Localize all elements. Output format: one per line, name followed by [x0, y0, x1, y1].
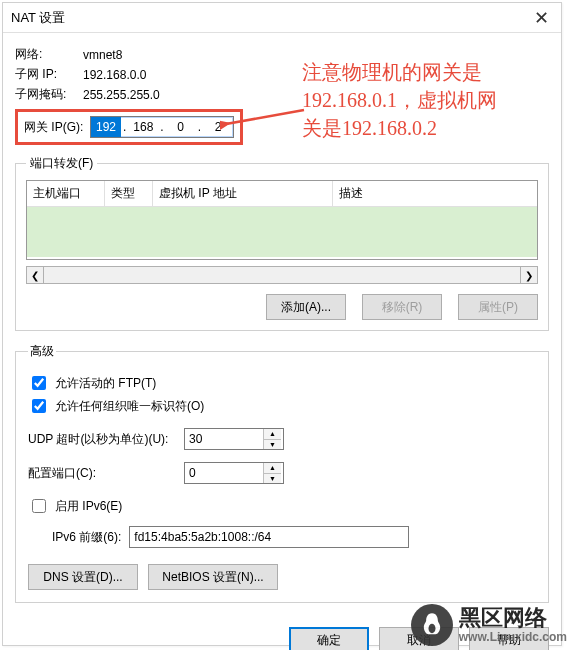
config-port-label: 配置端口(C): [28, 465, 178, 482]
watermark-text: 黑区网络 www.Linuxidc.com [459, 606, 567, 643]
dialog-title: NAT 设置 [11, 9, 65, 27]
config-port-spinner[interactable]: ▲ ▼ [184, 462, 284, 484]
col-host-port[interactable]: 主机端口 [27, 181, 105, 206]
watermark-logo-icon [411, 604, 453, 646]
gateway-octet-2[interactable] [128, 117, 158, 137]
subnet-ip-label: 子网 IP: [15, 66, 83, 83]
ipv6-prefix-label: IPv6 前缀(6): [52, 529, 121, 546]
config-port-row: 配置端口(C): ▲ ▼ [28, 462, 536, 484]
spin-up-icon[interactable]: ▲ [264, 429, 281, 439]
close-icon[interactable]: ✕ [529, 7, 553, 29]
col-vm-ip[interactable]: 虚拟机 IP 地址 [153, 181, 333, 206]
allow-active-ftp-row[interactable]: 允许活动的 FTP(T) [28, 373, 536, 393]
ip-dot: . [158, 120, 165, 134]
add-button[interactable]: 添加(A)... [266, 294, 346, 320]
allow-active-ftp-checkbox[interactable] [32, 376, 46, 390]
watermark-name: 黑区网络 [459, 606, 567, 630]
allow-active-ftp-label: 允许活动的 FTP(T) [55, 375, 156, 392]
port-forwarding-table[interactable]: 主机端口 类型 虚拟机 IP 地址 描述 [26, 180, 538, 260]
ok-button[interactable]: 确定 [289, 627, 369, 650]
ipv6-prefix-input[interactable] [129, 526, 409, 548]
svg-point-2 [428, 624, 435, 633]
udp-timeout-row: UDP 超时(以秒为单位)(U): ▲ ▼ [28, 428, 536, 450]
advanced-group: 高级 允许活动的 FTP(T) 允许任何组织唯一标识符(O) UDP 超时(以秒… [15, 343, 549, 603]
gateway-octet-4[interactable] [203, 117, 233, 137]
allow-any-oui-checkbox[interactable] [32, 399, 46, 413]
allow-any-oui-row[interactable]: 允许任何组织唯一标识符(O) [28, 396, 536, 416]
network-value: vmnet8 [83, 48, 122, 62]
network-label: 网络: [15, 46, 83, 63]
spin-down-icon[interactable]: ▼ [264, 473, 281, 484]
scroll-left-icon[interactable]: ❮ [26, 266, 44, 284]
port-forwarding-buttons: 添加(A)... 移除(R) 属性(P) [26, 294, 538, 320]
gateway-row: 网关 IP(G): . . . [15, 109, 549, 145]
udp-timeout-spinner[interactable]: ▲ ▼ [184, 428, 284, 450]
col-desc[interactable]: 描述 [333, 181, 537, 206]
subnet-mask-row: 子网掩码: 255.255.255.0 [15, 86, 549, 103]
udp-timeout-label: UDP 超时(以秒为单位)(U): [28, 431, 178, 448]
enable-ipv6-checkbox[interactable] [32, 499, 46, 513]
allow-any-oui-label: 允许任何组织唯一标识符(O) [55, 398, 204, 415]
titlebar: NAT 设置 ✕ [3, 3, 561, 33]
enable-ipv6-row[interactable]: 启用 IPv6(E) [28, 496, 536, 516]
subnet-mask-value: 255.255.255.0 [83, 88, 160, 102]
horizontal-scrollbar[interactable]: ❮ ❯ [26, 266, 538, 284]
ipv6-prefix-row: IPv6 前缀(6): [52, 526, 536, 548]
scroll-track[interactable] [44, 266, 520, 284]
spin-up-icon[interactable]: ▲ [264, 463, 281, 473]
subnet-ip-value: 192.168.0.0 [83, 68, 146, 82]
properties-button: 属性(P) [458, 294, 538, 320]
netbios-settings-button[interactable]: NetBIOS 设置(N)... [148, 564, 278, 590]
ip-dot: . [121, 120, 128, 134]
port-forwarding-legend: 端口转发(F) [26, 155, 97, 172]
content-area: 网络: vmnet8 子网 IP: 192.168.0.0 子网掩码: 255.… [3, 33, 561, 619]
port-forwarding-group: 端口转发(F) 主机端口 类型 虚拟机 IP 地址 描述 ❮ ❯ 添加(A)..… [15, 155, 549, 331]
gateway-ip-input[interactable]: . . . [90, 116, 234, 138]
remove-button: 移除(R) [362, 294, 442, 320]
enable-ipv6-label: 启用 IPv6(E) [55, 498, 122, 515]
udp-timeout-input[interactable] [185, 429, 263, 449]
subnet-ip-row: 子网 IP: 192.168.0.0 [15, 66, 549, 83]
spin-down-icon[interactable]: ▼ [264, 439, 281, 450]
col-type[interactable]: 类型 [105, 181, 153, 206]
scroll-right-icon[interactable]: ❯ [520, 266, 538, 284]
advanced-legend: 高级 [28, 343, 56, 360]
network-row: 网络: vmnet8 [15, 46, 549, 63]
ip-dot: . [196, 120, 203, 134]
gateway-octet-3[interactable] [166, 117, 196, 137]
nat-settings-dialog: NAT 设置 ✕ 网络: vmnet8 子网 IP: 192.168.0.0 子… [2, 2, 562, 646]
table-header: 主机端口 类型 虚拟机 IP 地址 描述 [27, 181, 537, 207]
gateway-label: 网关 IP(G): [24, 119, 90, 136]
config-port-input[interactable] [185, 463, 263, 483]
watermark-url: www.Linuxidc.com [459, 631, 567, 644]
subnet-mask-label: 子网掩码: [15, 86, 83, 103]
gateway-octet-1[interactable] [91, 117, 121, 137]
dns-settings-button[interactable]: DNS 设置(D)... [28, 564, 138, 590]
watermark: 黑区网络 www.Linuxidc.com [411, 604, 567, 646]
gateway-highlight-box: 网关 IP(G): . . . [15, 109, 243, 145]
table-body-empty[interactable] [27, 207, 537, 257]
